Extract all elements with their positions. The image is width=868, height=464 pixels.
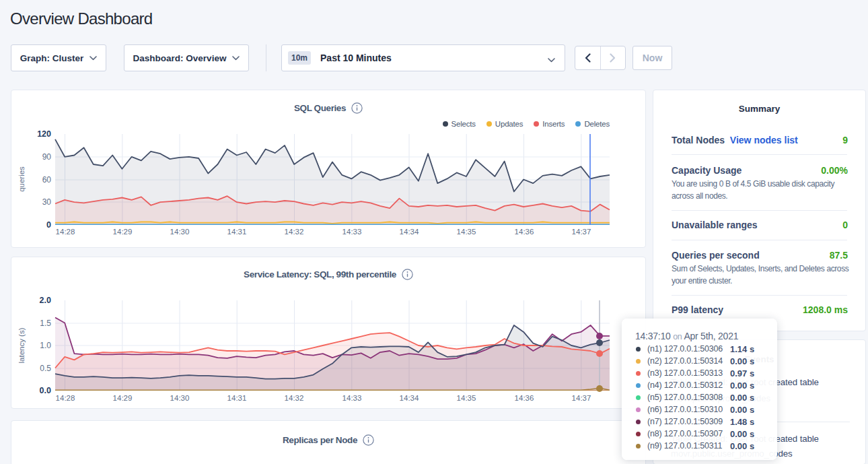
svg-text:14:34: 14:34: [400, 228, 419, 236]
svg-text:14:34: 14:34: [400, 394, 419, 402]
svg-text:14:37: 14:37: [572, 228, 591, 236]
svg-text:14:36: 14:36: [515, 228, 534, 236]
svg-text:14:30: 14:30: [170, 394, 190, 402]
svg-text:14:28: 14:28: [56, 394, 75, 402]
svg-text:14:31: 14:31: [227, 394, 247, 402]
svg-text:0: 0: [46, 220, 51, 230]
svg-text:90: 90: [42, 152, 52, 162]
svg-text:14:28: 14:28: [56, 228, 75, 236]
svg-text:14:36: 14:36: [515, 394, 534, 402]
svg-text:120: 120: [37, 129, 51, 139]
svg-text:2.0: 2.0: [40, 296, 51, 305]
svg-text:1.0: 1.0: [40, 341, 51, 350]
svg-text:0.5: 0.5: [40, 364, 51, 373]
svg-text:1.5: 1.5: [40, 319, 51, 328]
svg-text:14:35: 14:35: [457, 394, 476, 402]
svg-text:14:31: 14:31: [227, 228, 247, 236]
svg-text:14:32: 14:32: [285, 394, 304, 402]
svg-text:14:35: 14:35: [457, 228, 476, 236]
svg-text:14:29: 14:29: [113, 228, 133, 236]
svg-text:14:33: 14:33: [342, 228, 362, 236]
svg-text:14:33: 14:33: [342, 394, 362, 402]
svg-text:latency (s): latency (s): [17, 327, 26, 363]
svg-text:queries: queries: [17, 166, 26, 192]
svg-text:14:32: 14:32: [285, 228, 304, 236]
svg-text:14:30: 14:30: [170, 228, 190, 236]
svg-text:0.0: 0.0: [40, 386, 51, 395]
svg-text:14:37: 14:37: [572, 394, 591, 402]
svg-text:30: 30: [42, 197, 52, 207]
svg-text:14:29: 14:29: [113, 394, 133, 402]
svg-text:60: 60: [42, 175, 52, 185]
